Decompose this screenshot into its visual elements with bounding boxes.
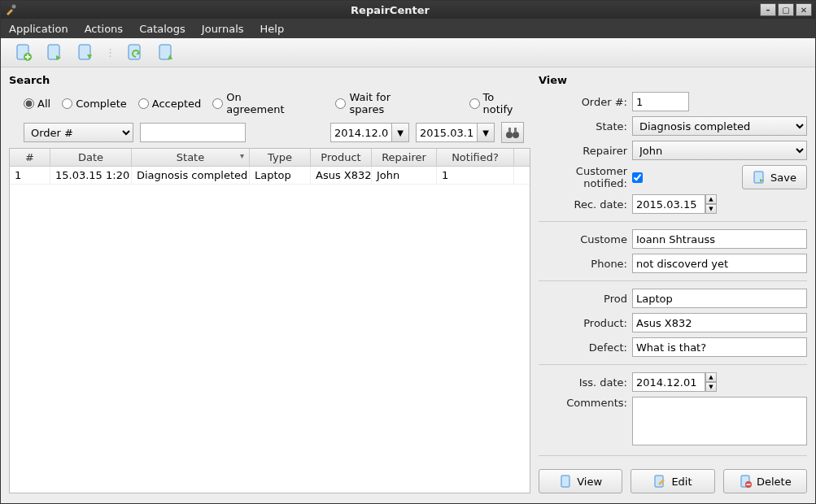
search-title: Search [9,74,530,86]
svg-point-7 [506,132,513,138]
save-button[interactable]: Save [742,165,807,189]
label-repairer: Repairer [539,145,632,157]
field-issdate[interactable]: ▲▼ [632,372,717,392]
app-icon [1,4,20,15]
toolbar-doc-up-icon[interactable] [155,41,177,64]
svg-rect-16 [746,484,750,485]
label-issdate: Iss. date: [539,376,632,389]
menubar: Application Actions Catalogs Journals He… [1,19,815,38]
filter-row: All Complete Accepted On agreement Wait … [9,89,530,119]
col-notified[interactable]: Notified? [437,149,514,166]
field-defect[interactable] [632,337,807,357]
filter-spares[interactable]: Wait for spares [335,91,423,115]
label-product: Product: [539,317,632,329]
view-button[interactable]: View [539,469,622,493]
field-notified[interactable] [632,172,643,183]
col-state[interactable]: State [132,149,250,166]
menu-application[interactable]: Application [9,23,68,35]
filter-accepted[interactable]: Accepted [138,98,202,110]
menu-actions[interactable]: Actions [85,23,124,35]
label-notified: Customer notified: [539,165,632,189]
field-repairer[interactable]: John [632,141,807,160]
spin-up-icon[interactable]: ▲ [705,372,717,382]
field-recdate[interactable]: ▲▼ [632,194,717,214]
search-field-select[interactable]: Order # [24,123,133,142]
field-order[interactable] [632,92,689,111]
edit-button[interactable]: Edit [631,469,714,493]
close-button[interactable]: ✕ [796,3,812,16]
menu-journals[interactable]: Journals [202,23,244,35]
chevron-down-icon[interactable]: ▼ [391,123,409,142]
field-state[interactable]: Diagnosis completed [632,116,807,136]
toolbar-separator: ⋮ [105,46,116,59]
col-repairer[interactable]: Repairer [372,149,437,166]
spin-up-icon[interactable]: ▲ [705,194,717,204]
col-num[interactable]: # [10,149,50,166]
search-button[interactable] [501,122,524,143]
svg-rect-10 [514,128,517,133]
toolbar: ⋮ [1,38,815,67]
delete-icon [739,475,752,488]
maximize-button[interactable]: ▢ [778,3,794,16]
svg-point-8 [513,132,519,138]
save-icon [753,171,766,184]
label-phone: Phone: [539,258,632,270]
svg-rect-12 [561,476,569,487]
document-icon [559,475,572,488]
date-to-combo[interactable]: ▼ [416,123,495,142]
svg-rect-9 [508,128,511,133]
field-phone[interactable] [632,254,807,273]
spin-down-icon[interactable]: ▼ [705,382,717,392]
params-row: Order # ▼ ▼ [9,119,530,148]
filter-agreement[interactable]: On agreement [212,91,297,115]
label-recdate: Rec. date: [539,198,632,211]
field-customer[interactable] [632,229,807,249]
field-prodtype[interactable] [632,289,807,308]
window-title: RepairCenter [20,4,760,16]
col-product[interactable]: Product [311,149,372,166]
table-row[interactable]: 1 15.03.15 1:20 Diagnosis completed Lapt… [10,167,530,185]
menu-help[interactable]: Help [260,23,285,35]
view-pane: View Order #: State:Diagnosis completed … [539,72,807,493]
menu-catalogs[interactable]: Catalogs [139,23,185,35]
label-comments: Comments: [539,397,632,409]
table-header: # Date State Type Product Repairer Notif… [10,149,530,167]
toolbar-doc-next-icon[interactable] [43,41,66,64]
toolbar-refresh-doc-icon[interactable] [124,41,146,64]
edit-icon [653,475,666,488]
filter-all[interactable]: All [24,98,50,110]
label-customer: Custome [539,233,632,245]
titlebar: RepairCenter – ▢ ✕ [1,1,815,19]
field-comments[interactable] [632,397,807,445]
search-text-input[interactable] [140,123,246,142]
col-type[interactable]: Type [250,149,311,166]
spin-down-icon[interactable]: ▼ [705,204,717,214]
search-pane: Search All Complete Accepted On agreemen… [9,72,530,493]
label-state: State: [539,120,632,133]
toolbar-new-doc-icon[interactable] [12,41,35,64]
minimize-button[interactable]: – [760,3,776,16]
label-defect: Defect: [539,341,632,354]
col-date[interactable]: Date [50,149,132,166]
view-title: View [539,74,807,86]
binoculars-icon [505,125,520,140]
delete-button[interactable]: Delete [723,469,807,493]
results-table: # Date State Type Product Repairer Notif… [9,148,530,493]
svg-point-0 [12,5,16,9]
toolbar-doc-down-icon[interactable] [74,41,97,64]
field-product[interactable] [632,313,807,332]
window: RepairCenter – ▢ ✕ Application Actions C… [0,0,816,504]
chevron-down-icon[interactable]: ▼ [477,123,495,142]
date-from-combo[interactable]: ▼ [330,123,409,142]
label-order: Order #: [539,96,632,108]
filter-complete[interactable]: Complete [62,98,127,110]
label-prodtype: Prod [539,293,632,305]
content: Search All Complete Accepted On agreemen… [1,67,815,503]
filter-notify[interactable]: To notify [469,91,525,115]
